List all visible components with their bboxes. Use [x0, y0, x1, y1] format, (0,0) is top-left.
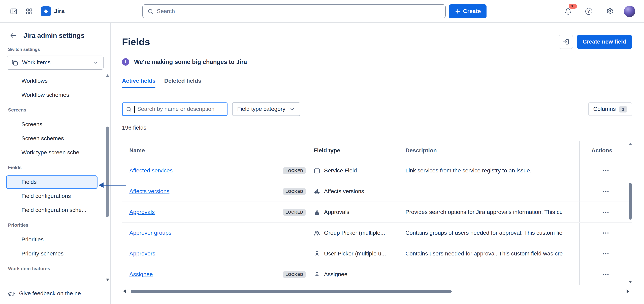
sidebar-item-workflows[interactable]: Workflows [6, 74, 98, 88]
fields-search-input[interactable] [137, 106, 224, 112]
jira-home-link[interactable]: Jira [38, 6, 67, 16]
sidebar-title: Jira admin settings [24, 31, 84, 40]
help-button[interactable]: ? [582, 5, 595, 17]
column-header-actions: Actions [579, 141, 632, 160]
arrow-into-panel-icon [562, 38, 570, 45]
table-scrollbar-thumb[interactable] [629, 183, 632, 220]
row-actions-button[interactable] [598, 207, 614, 218]
approval-stamp-icon [314, 209, 320, 215]
scroll-right-arrow-icon[interactable] [626, 289, 629, 293]
settings-switcher-dropdown[interactable]: Work items [7, 55, 104, 70]
plus-icon [455, 8, 461, 14]
locked-badge: LOCKED [283, 188, 306, 195]
sidebar-heading-screens: Screens [0, 102, 110, 117]
back-button[interactable] [9, 31, 18, 40]
table-row: Assignee LOCKED Assignee [122, 264, 632, 285]
scroll-down-arrow-icon[interactable] [106, 279, 109, 281]
more-options-icon [602, 229, 610, 237]
columns-button[interactable]: Columns 3 [588, 102, 632, 116]
chevron-down-icon [289, 106, 295, 112]
field-description: Contains users needed for approval. This… [406, 250, 579, 257]
more-options-icon [602, 208, 610, 216]
tab-deleted-fields[interactable]: Deleted fields [164, 78, 201, 88]
topbar-right-group: 9+ ? [562, 5, 644, 17]
chevron-down-icon [92, 59, 99, 66]
columns-button-label: Columns [593, 106, 616, 112]
app-switcher-button[interactable] [23, 5, 36, 17]
field-name-link[interactable]: Approver groups [129, 230, 172, 236]
row-actions-button[interactable] [598, 165, 614, 176]
horizontal-scrollbar-thumb[interactable] [131, 290, 452, 293]
global-search-input[interactable] [157, 8, 441, 14]
sidebar-item-field-configuration-schemes[interactable]: Field configuration sche... [6, 204, 98, 217]
scroll-left-arrow-icon[interactable] [123, 289, 126, 293]
scroll-up-arrow-icon[interactable] [628, 143, 632, 145]
more-options-icon [602, 187, 610, 195]
work-items-icon [11, 59, 18, 66]
admin-settings-sidebar: Jira admin settings Switch settings Work… [0, 23, 110, 304]
jira-logo-icon [41, 6, 51, 16]
field-type-label: Service Field [324, 167, 357, 174]
global-search-box[interactable] [142, 4, 446, 18]
tab-active-fields[interactable]: Active fields [122, 78, 156, 88]
column-header-description[interactable]: Description [406, 147, 579, 154]
sidebar-item-priorities[interactable]: Priorities [6, 233, 98, 246]
sidebar-item-screen-schemes[interactable]: Screen schemes [6, 132, 98, 145]
field-type-label: User Picker (multiple u... [324, 250, 386, 257]
field-type-label: Approvals [324, 209, 349, 215]
gear-icon [606, 7, 613, 15]
create-button[interactable]: Create [449, 4, 486, 18]
table-row: Approvers User Picker (multiple u... Con… [122, 243, 632, 264]
service-calendar-icon [314, 167, 320, 174]
row-actions-button[interactable] [598, 248, 614, 259]
topbar-left-group: Jira [0, 5, 67, 17]
sidebar-item-screens[interactable]: Screens [6, 118, 98, 131]
create-new-field-button[interactable]: Create new field [577, 35, 632, 49]
page-title: Fields [122, 36, 150, 48]
sidebar-item-fields[interactable]: Fields [6, 175, 98, 189]
columns-count-badge: 3 [619, 106, 627, 112]
more-options-icon [602, 250, 610, 258]
column-header-name[interactable]: Name [122, 141, 314, 160]
info-icon: i [122, 58, 129, 66]
table-vertical-scrollbar[interactable] [628, 143, 632, 283]
field-type-label: Group Picker (multiple... [324, 230, 385, 236]
sidebar-nav: Workflows Workflow schemes Screens Scree… [0, 74, 110, 283]
collapse-sidebar-button[interactable] [7, 5, 20, 17]
column-header-field-type[interactable]: Field type [314, 147, 406, 154]
sidebar-item-priority-schemes[interactable]: Priority schemes [6, 247, 98, 261]
sidebar-item-work-type-screen-schemes[interactable]: Work type screen sche... [6, 146, 98, 159]
field-name-link[interactable]: Assignee [129, 271, 153, 278]
scroll-down-arrow-icon[interactable] [628, 281, 632, 283]
field-name-link[interactable]: Affects versions [129, 188, 170, 195]
table-row: Approver groups Group Picker (multiple..… [122, 223, 632, 243]
scroll-up-arrow-icon[interactable] [106, 74, 109, 77]
announcement-banner: i We're making some big changes to Jira [122, 58, 632, 66]
panel-left-icon [10, 7, 18, 15]
fields-tabs: Active fields Deleted fields [122, 78, 632, 88]
give-feedback-button[interactable]: Give feedback on the ne... [0, 283, 110, 304]
row-actions-button[interactable] [598, 228, 614, 238]
help-icon: ? [585, 8, 592, 14]
field-type-category-dropdown[interactable]: Field type category [232, 102, 300, 116]
table-horizontal-scrollbar[interactable] [122, 289, 632, 294]
fields-table: Name Field type Description Actions Affe… [122, 141, 632, 285]
field-name-link[interactable]: Affected services [129, 167, 172, 174]
ship-icon [314, 188, 320, 195]
sidebar-scrollbar-thumb[interactable] [106, 127, 109, 217]
fields-search-box[interactable] [122, 102, 228, 116]
row-actions-button[interactable] [598, 186, 614, 197]
row-actions-button[interactable] [598, 269, 614, 280]
field-name-link[interactable]: Approvals [129, 209, 155, 215]
sidebar-item-workflow-schemes[interactable]: Workflow schemes [6, 88, 98, 102]
open-side-panel-button[interactable] [559, 35, 573, 49]
settings-button[interactable] [603, 5, 616, 17]
top-navigation-bar: Jira Create 9+ ? [0, 0, 644, 23]
notifications-button[interactable]: 9+ [562, 5, 574, 17]
field-name-link[interactable]: Approvers [129, 250, 155, 257]
locked-badge: LOCKED [283, 167, 306, 174]
field-type-label: Affects versions [324, 188, 364, 195]
user-avatar[interactable] [624, 5, 635, 17]
sidebar-item-field-configurations[interactable]: Field configurations [6, 190, 98, 203]
sidebar-scrollbar[interactable] [106, 74, 109, 282]
